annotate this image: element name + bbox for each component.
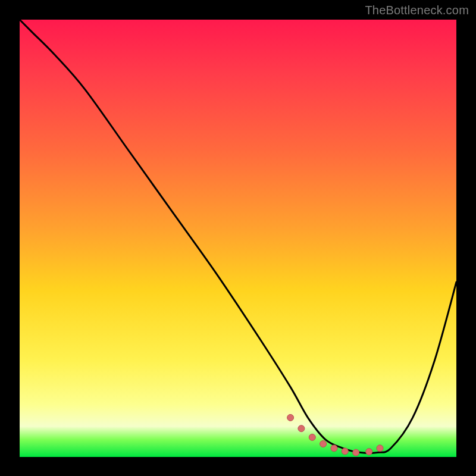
chart-frame: TheBottleneck.com <box>0 0 476 476</box>
optimal-dot <box>377 445 383 452</box>
optimal-dot <box>366 449 372 455</box>
bottleneck-curve-svg <box>20 20 456 457</box>
watermark-label: TheBottleneck.com <box>365 4 469 17</box>
optimal-dot <box>353 449 359 456</box>
optimal-dot <box>298 425 305 432</box>
optimal-dot <box>309 434 315 440</box>
bottleneck-curve-path <box>20 20 456 453</box>
optimal-dot <box>342 448 348 455</box>
optimal-dot <box>331 445 337 452</box>
optimal-dot <box>320 441 327 447</box>
optimal-dot <box>287 414 294 421</box>
optimal-range-dots <box>287 414 383 456</box>
